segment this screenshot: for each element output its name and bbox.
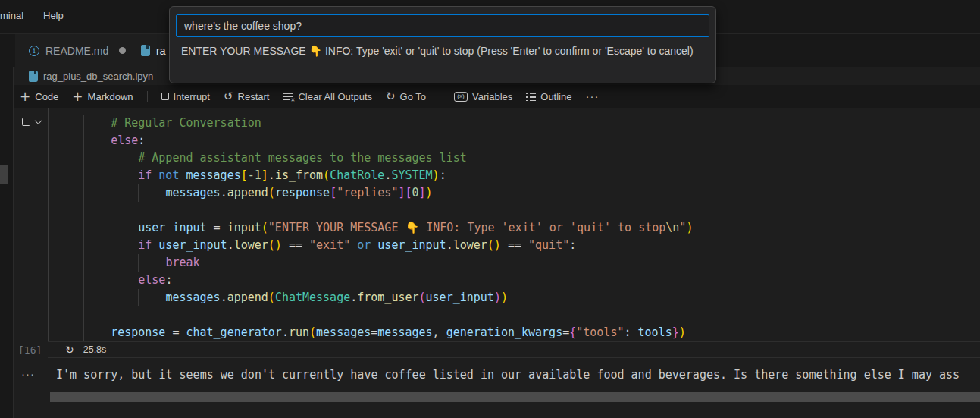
output-options-button[interactable]: ···	[21, 367, 35, 380]
quick-input-prompt: ENTER YOUR MESSAGE 👇 INFO: Type 'exit' o…	[181, 42, 704, 60]
code-line: messages.append(ChatMessage.from_user(us…	[49, 289, 980, 306]
code-token: [	[405, 186, 412, 200]
code-token: else	[138, 273, 165, 287]
code-token: INFO: Type 'exit' or 'quit' to stop	[419, 221, 665, 234]
sync-arrow-icon: ↻	[386, 91, 396, 102]
code-token	[152, 238, 158, 252]
restart-button[interactable]: ↺ Restart	[224, 91, 269, 102]
code-token: :	[440, 168, 446, 182]
code-token: else	[111, 134, 138, 147]
toolbar-separator	[147, 91, 148, 102]
spinner-icon: ↻	[65, 344, 74, 356]
code-token: .	[221, 291, 227, 304]
stop-execution-icon[interactable]	[22, 118, 30, 126]
code-token: .	[227, 238, 234, 252]
code-line: # Regular Conversation	[49, 115, 980, 132]
code-token: chat_generator	[186, 325, 281, 339]
code-token	[83, 256, 165, 269]
code-token: .	[221, 186, 227, 200]
outline-button[interactable]: Outline	[526, 91, 571, 102]
code-token: ChatRole	[330, 168, 384, 182]
code-token	[83, 186, 165, 200]
code-token: break	[165, 256, 199, 269]
code-token: user_input	[158, 238, 227, 252]
message-input[interactable]	[177, 15, 709, 36]
code-token: (	[268, 291, 275, 304]
code-token: =	[207, 221, 227, 234]
code-token: "tools"	[576, 325, 624, 339]
tab-label: README.md	[45, 45, 108, 57]
code-token: (	[261, 221, 268, 234]
restart-arrow-icon: ↺	[224, 91, 233, 102]
code-token: # Append assistant messages to the messa…	[138, 151, 466, 165]
code-token: input	[227, 221, 261, 234]
toolbar-separator	[440, 91, 440, 102]
tab-readme[interactable]: README.md	[15, 34, 135, 67]
code-token: # Regular Conversation	[111, 116, 261, 130]
code-line: user_input = input("ENTER YOUR MESSAGE 👇…	[49, 219, 980, 237]
execution-duration: 25.8s	[83, 344, 107, 355]
prompt-text: INFO: Type 'exit' or 'quit' to stop (Pre…	[322, 45, 694, 57]
code-token: append	[227, 186, 268, 200]
tab-label: ra	[156, 45, 165, 57]
code-token	[83, 116, 111, 130]
code-token: )	[494, 291, 501, 304]
interrupt-button[interactable]: Interrupt	[161, 91, 210, 102]
toolbar-label: Clear All Outputs	[298, 91, 372, 102]
code-token: ]	[261, 168, 268, 182]
add-markdown-cell-button[interactable]: + Markdown	[72, 91, 133, 102]
add-code-cell-button[interactable]: + Code	[20, 91, 58, 102]
prompt-text: ENTER YOUR MESSAGE	[181, 45, 309, 57]
variables-button[interactable]: (x) Variables	[454, 91, 512, 102]
toolbar-label: Variables	[472, 91, 512, 102]
code-line: else:	[49, 132, 980, 149]
quick-input-box	[176, 14, 709, 37]
modified-dot-icon[interactable]	[119, 47, 126, 54]
code-token: messages	[377, 325, 432, 339]
toolbar-label: Restart	[238, 91, 270, 102]
menu-item-terminal[interactable]: minal	[0, 10, 23, 21]
ellipsis-icon: ···	[585, 93, 599, 100]
toolbar-label: Code	[35, 91, 58, 102]
code-token: if	[138, 168, 152, 182]
code-token: run	[289, 325, 309, 339]
stop-square-icon	[161, 93, 169, 100]
code-token: messages	[165, 291, 220, 304]
indent-guide	[138, 184, 139, 202]
code-token: =	[371, 325, 377, 339]
code-token: or	[357, 238, 371, 252]
code-token: response	[111, 325, 165, 339]
execution-count: [16]	[18, 344, 42, 356]
code-line: response = chat_generator.run(messages=m…	[49, 324, 980, 341]
code-token: }	[672, 325, 679, 339]
code-line: if not messages[-1].is_from(ChatRole.SYS…	[49, 167, 980, 184]
indent-guide	[138, 254, 139, 272]
chevron-down-icon[interactable]	[35, 117, 42, 124]
code-token	[83, 134, 111, 147]
code-token: (	[419, 291, 426, 304]
quick-input-dialog: ENTER YOUR MESSAGE 👇 INFO: Type 'exit' o…	[169, 6, 716, 83]
code-token: messages	[316, 325, 371, 339]
notebook-toolbar: + Code + Markdown Interrupt ↺ Restart Cl…	[0, 85, 980, 108]
notebook-cell-code-editor[interactable]: # Regular Conversation else: # Append as…	[49, 115, 980, 342]
code-token: messages	[165, 186, 220, 200]
code-token	[152, 168, 158, 182]
clear-all-outputs-button[interactable]: Clear All Outputs	[283, 91, 372, 102]
menu-item-help[interactable]: Help	[43, 10, 64, 21]
indent-guide	[138, 289, 139, 306]
vscode-window: minal Help README.md ra rag_plus_db_sear…	[0, 0, 980, 418]
toolbar-label: Outline	[540, 91, 571, 102]
plus-icon: +	[20, 91, 30, 102]
pointing-down-emoji-icon: 👇	[405, 221, 419, 234]
left-rail-scrollbar-thumb[interactable]	[0, 165, 8, 184]
code-token: "ENTER YOUR MESSAGE	[268, 221, 405, 234]
code-line: # Append assistant messages to the messa…	[49, 149, 980, 167]
output-horizontal-scrollbar[interactable]	[50, 392, 980, 402]
code-token: generation_kwargs	[446, 325, 563, 339]
more-actions-button[interactable]: ···	[585, 93, 599, 100]
code-token: 0	[412, 186, 419, 200]
code-token: .	[282, 325, 289, 339]
go-to-button[interactable]: ↻ Go To	[386, 91, 426, 102]
notebook-icon	[141, 45, 150, 56]
code-token: ()	[268, 238, 282, 252]
